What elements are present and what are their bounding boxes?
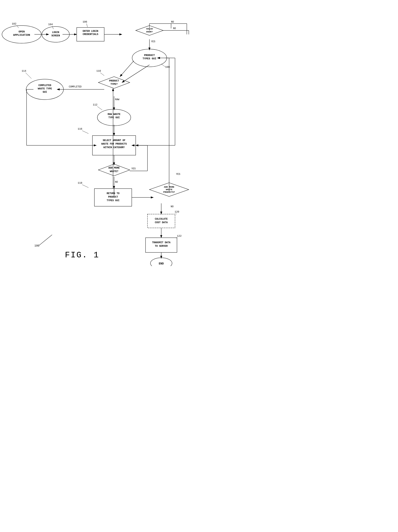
svg-text:116: 116 (78, 127, 82, 130)
svg-text:PRODUCT: PRODUCT (144, 54, 155, 57)
diagram-container: OPEN APPLICATION 102 LOGIN SCREEN 104 EN… (0, 0, 199, 266)
svg-line-67 (26, 73, 32, 79)
svg-text:TYPE?: TYPE? (111, 83, 117, 86)
svg-text:TO SERVER: TO SERVER (155, 245, 168, 247)
svg-text:USER?: USER? (146, 31, 153, 33)
svg-line-78 (82, 131, 89, 133)
flowchart-svg: OPEN APPLICATION 102 LOGIN SCREEN 104 EN… (0, 0, 199, 266)
svg-text:120: 120 (175, 210, 179, 213)
svg-text:ENTER LOGIN: ENTER LOGIN (83, 30, 98, 33)
svg-text:WASTE TYPE: WASTE TYPE (38, 87, 52, 90)
svg-marker-55 (98, 77, 130, 89)
svg-text:RAW: RAW (115, 98, 119, 101)
svg-text:CALCULATE: CALCULATE (155, 218, 168, 220)
svg-text:110: 110 (96, 70, 101, 72)
svg-text:ADD MORE: ADD MORE (108, 167, 120, 169)
svg-text:RETURN TO: RETURN TO (107, 192, 120, 195)
svg-text:PRODUCTS?: PRODUCTS? (163, 191, 175, 193)
svg-line-114 (120, 61, 134, 77)
svg-rect-73 (92, 136, 136, 155)
svg-text:TRANSMIT DATA: TRANSMIT DATA (152, 241, 170, 244)
svg-text:104: 104 (48, 23, 53, 26)
svg-text:WASTE: WASTE (166, 188, 172, 191)
svg-text:108: 108 (165, 66, 170, 69)
svg-rect-96 (148, 214, 175, 228)
svg-line-9 (122, 65, 150, 82)
svg-text:ADD MORE: ADD MORE (164, 186, 174, 188)
svg-text:COST DATA: COST DATA (155, 221, 168, 224)
svg-text:NO: NO (171, 205, 173, 208)
svg-text:CREDENTIALS: CREDENTIALS (83, 33, 98, 36)
svg-text:118: 118 (78, 182, 82, 184)
svg-text:102: 102 (12, 22, 16, 25)
svg-line-34 (17, 25, 19, 28)
svg-text:COMPLETED: COMPLETED (39, 84, 51, 87)
svg-text:WASTE?: WASTE? (110, 170, 118, 173)
svg-text:GUI: GUI (43, 91, 47, 94)
svg-line-110 (39, 235, 52, 245)
svg-text:112: 112 (93, 103, 97, 106)
svg-text:PRODUCT: PRODUCT (108, 196, 118, 198)
svg-text:WITHIN CATEGORY: WITHIN CATEGORY (104, 146, 125, 149)
svg-text:RAW WASTE: RAW WASTE (108, 113, 121, 116)
svg-text:TYPES GUI: TYPES GUI (143, 57, 156, 60)
svg-text:106: 106 (83, 20, 87, 23)
svg-line-54 (161, 64, 165, 67)
svg-text:114: 114 (22, 70, 26, 72)
svg-text:END: END (159, 262, 163, 265)
svg-text:SELECT AMOUNT OF: SELECT AMOUNT OF (103, 139, 125, 142)
svg-text:OPEN: OPEN (19, 30, 25, 33)
svg-text:YES: YES (176, 173, 180, 176)
svg-line-72 (97, 107, 102, 110)
svg-text:NO: NO (171, 21, 174, 23)
svg-text:COMPLETED: COMPLETED (69, 85, 82, 88)
svg-text:WASTE FOR PRODUCTS: WASTE FOR PRODUCTS (101, 143, 127, 145)
svg-text:VALID: VALID (146, 28, 153, 30)
svg-text:TYPES GUI: TYPES GUI (107, 199, 120, 202)
svg-line-44 (86, 24, 87, 27)
svg-text:FIG. 1: FIG. 1 (65, 250, 99, 260)
svg-text:TYPE GUI: TYPE GUI (108, 116, 120, 119)
svg-text:YES: YES (131, 167, 136, 170)
svg-line-59 (100, 73, 104, 76)
svg-text:APPLICATION: APPLICATION (13, 34, 30, 37)
svg-text:LOGIN: LOGIN (52, 31, 59, 34)
svg-text:122: 122 (177, 234, 182, 238)
svg-text:100: 100 (34, 244, 39, 247)
svg-text:SCREEN: SCREEN (51, 34, 60, 37)
svg-text:NO: NO (173, 27, 176, 30)
svg-text:PRODUCT: PRODUCT (109, 80, 119, 82)
svg-marker-79 (98, 164, 130, 176)
svg-line-89 (82, 185, 89, 188)
svg-text:YES: YES (151, 40, 155, 43)
svg-text:NO: NO (115, 181, 118, 184)
